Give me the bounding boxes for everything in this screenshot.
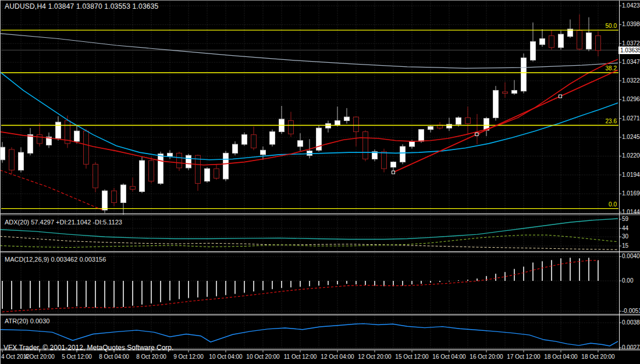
candle-body xyxy=(233,144,238,153)
candle-body xyxy=(251,135,257,148)
atr-axis-label: 0.0027 xyxy=(622,344,640,351)
time-axis-label: 8 Oct 20:00 xyxy=(136,354,166,360)
chart-canvas[interactable] xyxy=(0,0,640,364)
quote-line: AUDUSD,H4 1.03847 1.03870 1.03553 1.0363… xyxy=(5,2,158,10)
time-axis-label: 12 Oct 20:00 xyxy=(358,354,391,360)
fib-level-label: 0.0 xyxy=(609,201,617,208)
candle-body xyxy=(354,117,359,131)
fib-level-label: 23.6 xyxy=(606,118,617,124)
atr-axis-label: 0.0038 xyxy=(622,319,640,326)
atr-indicator-label: ATR(20) 0.0030 xyxy=(5,317,49,324)
price-axis-label: 1.04235 xyxy=(622,2,640,9)
candle-body xyxy=(158,154,163,184)
candle-body xyxy=(335,121,340,126)
macd-indicator-label: MACD(12,26,9) 0.003462 0.003156 xyxy=(5,256,106,263)
time-axis-label: 8 Oct 04:00 xyxy=(99,354,129,360)
candle-body xyxy=(419,130,424,141)
time-axis-label: 17 Oct 12:00 xyxy=(507,354,540,360)
candle-body xyxy=(428,127,433,130)
time-axis-label: 11 Oct 12:00 xyxy=(284,354,317,360)
time-axis-label: 16 Oct 04:00 xyxy=(432,354,465,360)
candle-body xyxy=(121,185,126,202)
candle-body xyxy=(112,191,117,202)
candle-body xyxy=(84,131,89,164)
adx-axis-label: 30 xyxy=(622,233,628,240)
time-axis-label: 18 Oct 04:00 xyxy=(544,354,577,360)
trendline-handle[interactable] xyxy=(559,95,562,98)
macd-axis-label: 0.00407 xyxy=(622,253,640,260)
candle-body xyxy=(326,124,331,129)
price-axis-label: 1.02965 xyxy=(622,96,640,103)
candle-body xyxy=(400,147,406,162)
candle-body xyxy=(186,155,191,168)
candle-body xyxy=(130,187,136,190)
candle-body xyxy=(577,31,582,49)
candle-body xyxy=(410,141,415,147)
candle-body xyxy=(586,33,592,49)
candle-body xyxy=(205,169,210,181)
time-axis-label: 18 Oct 20:00 xyxy=(581,354,614,360)
time-axis-label: 5 Oct 12:00 xyxy=(62,354,92,360)
candle-body xyxy=(149,160,154,181)
fib-level-label: 38.2 xyxy=(606,65,617,72)
candle-body xyxy=(540,39,545,45)
price-axis-label: 1.02200 xyxy=(622,152,640,159)
price-axis-label: 1.01945 xyxy=(622,172,640,179)
trendline-handle[interactable] xyxy=(392,171,395,174)
price-axis-label: 1.02710 xyxy=(622,115,640,122)
adx-axis-label: 15 xyxy=(622,242,628,249)
copyright-text: VFX Trader, © 2001-2012, MetaQuotes Soft… xyxy=(3,344,173,352)
candle-body xyxy=(503,92,508,94)
candle-body xyxy=(344,117,350,120)
candle-body xyxy=(298,141,303,147)
candle-body xyxy=(531,42,536,60)
fib-level-label: 50.0 xyxy=(606,23,617,29)
candle-body xyxy=(56,122,61,138)
candle-body xyxy=(261,150,266,155)
candle-body xyxy=(37,135,42,144)
price-axis-label: 1.03470 xyxy=(622,59,640,66)
candle-body xyxy=(19,152,24,170)
adx-axis-label: 59 xyxy=(622,216,628,223)
price-axis-label: 1.03980 xyxy=(622,21,640,28)
time-axis-label: 12 Oct 04:00 xyxy=(321,354,354,360)
candle-body xyxy=(168,153,173,156)
candle-body xyxy=(140,160,145,191)
candle-body xyxy=(559,34,564,48)
time-axis-label: 15 Oct 12:00 xyxy=(395,354,428,360)
candle-body xyxy=(9,149,15,170)
candle-body xyxy=(270,132,275,145)
candle-body xyxy=(465,117,471,123)
candle-body xyxy=(93,164,98,188)
macd-axis-label: -0.00511 xyxy=(622,308,640,315)
price-axis-label: 1.01690 xyxy=(622,190,640,197)
trendline-handle[interactable] xyxy=(475,133,478,135)
adx-indicator-label: ADX(20) 57.4297 +DI:21.1042 -DI:5.1123 xyxy=(5,219,122,226)
candle-body xyxy=(391,162,396,167)
chart-window: AUDUSD,H4 1.03847 1.03870 1.03553 1.0363… xyxy=(0,0,640,364)
price-axis-label: 1.03220 xyxy=(622,77,640,84)
current-price-tag: 1.03635 xyxy=(618,47,640,54)
candle-body xyxy=(289,121,294,134)
candle-body xyxy=(242,135,247,145)
candle-body xyxy=(363,132,368,159)
price-axis-label: 1.01440 xyxy=(622,209,640,216)
candle-body xyxy=(382,152,387,169)
candle-body xyxy=(493,90,499,117)
candle-body xyxy=(0,147,5,160)
adx-axis-label: 44 xyxy=(622,225,628,232)
candle-body xyxy=(102,191,108,210)
candle-body xyxy=(177,153,182,167)
macd-axis-label: 0.00 xyxy=(622,277,633,284)
time-axis-label: 10 Oct 04:00 xyxy=(209,354,242,360)
candle-body xyxy=(28,135,33,154)
time-axis-label: 4 Oct 20:00 xyxy=(24,354,55,360)
candle-body xyxy=(596,35,601,50)
time-axis-label: 10 Oct 20:00 xyxy=(246,354,279,360)
candle-body xyxy=(549,35,554,47)
candle-body xyxy=(456,117,461,124)
price-axis-label: 1.02455 xyxy=(622,134,640,141)
time-axis-label: 16 Oct 20:00 xyxy=(470,354,503,360)
candle-body xyxy=(214,169,219,179)
time-axis-label: 9 Oct 12:00 xyxy=(173,354,204,360)
